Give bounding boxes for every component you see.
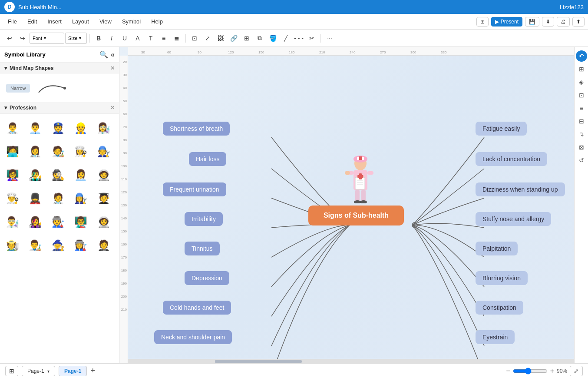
menu-view[interactable]: View	[95, 17, 116, 27]
rp-crop-btn[interactable]: ⊠	[576, 142, 587, 153]
profession-item-19[interactable]: 👩‍🔧	[72, 188, 90, 209]
link-button[interactable]: 🔗	[228, 32, 240, 44]
node-irritability[interactable]: Irritability	[185, 212, 223, 226]
image-button[interactable]: 🖼	[215, 32, 227, 44]
download-button[interactable]: ⬇	[542, 17, 554, 27]
page-layout-btn[interactable]: ⊞	[5, 366, 18, 376]
profession-item-18[interactable]: 🧑‍⚕️	[49, 188, 67, 209]
node-neck-pain[interactable]: Neck and shoulder pain	[154, 330, 232, 344]
node-dizziness-standing[interactable]: Dizziness when standing up	[476, 182, 565, 196]
zoom-slider[interactable]	[513, 368, 548, 375]
shape-preview-item[interactable]: Narrow	[6, 84, 30, 93]
profession-item-16[interactable]: 👨‍🍳	[3, 188, 22, 209]
profession-item-5[interactable]: 👩‍🔬	[95, 117, 113, 139]
rp-arrow-btn[interactable]: ↶	[576, 50, 587, 62]
rp-layers-btn[interactable]: ◈	[576, 76, 587, 88]
font-color-button[interactable]: A	[132, 32, 144, 44]
menu-symbol[interactable]: Symbol	[118, 17, 145, 27]
node-blurring-vision[interactable]: Blurring vision	[476, 271, 528, 285]
profession-item-11[interactable]: 👩‍🏫	[3, 164, 22, 186]
profession-item-27[interactable]: 👨‍🎨	[26, 235, 44, 256]
close-mindmap-section-icon[interactable]: ✕	[110, 65, 115, 71]
rp-insert-btn[interactable]: ↴	[576, 129, 587, 140]
close-profession-section-icon[interactable]: ✕	[110, 105, 115, 111]
rp-minus-btn[interactable]: ⊟	[576, 116, 587, 127]
underline-button[interactable]: U	[119, 32, 131, 44]
horizontal-scrollbar[interactable]	[128, 359, 574, 363]
profession-item-21[interactable]: 👨‍🔬	[3, 211, 22, 233]
collapse-sidebar-icon[interactable]: «	[111, 51, 115, 59]
center-node[interactable]: Signs of Sub-health	[308, 206, 404, 225]
profession-item-7[interactable]: 👩‍⚕️	[26, 141, 44, 162]
profession-item-25[interactable]: 👩‍🚀	[95, 211, 113, 233]
font-size-dropdown[interactable]: Size ▾	[65, 33, 87, 44]
mindmap-canvas[interactable]: Signs of Sub-health	[128, 56, 574, 363]
profession-item-23[interactable]: 🧑‍🏭	[49, 211, 67, 233]
rp-grid-btn[interactable]: ⊞	[576, 63, 587, 75]
page-tab-inactive[interactable]: Page-1 ▾	[22, 366, 55, 376]
present-button[interactable]: ▶ Present	[491, 17, 522, 27]
profession-item-10[interactable]: 🧑‍🔧	[95, 141, 113, 162]
connector-button[interactable]: ⤢	[202, 32, 214, 44]
fit-page-button[interactable]: ⤢	[570, 366, 583, 376]
rp-history-btn[interactable]: ↺	[576, 155, 587, 166]
menu-layout[interactable]: Layout	[68, 17, 93, 27]
profession-item-14[interactable]: 👩‍💼	[72, 164, 90, 186]
fill-btn[interactable]: 🪣	[267, 32, 279, 44]
node-cold-hands[interactable]: Cold hands and feet	[163, 301, 231, 315]
search-icon[interactable]: 🔍	[99, 50, 108, 59]
profession-item-17[interactable]: 💂	[26, 188, 44, 209]
text-box-button[interactable]: ⊡	[188, 32, 201, 44]
profession-item-26[interactable]: 🧑‍🌾	[3, 235, 22, 256]
section-toggle-mindmap[interactable]: ▾	[4, 65, 7, 71]
node-fatigue[interactable]: Fatigue easily	[476, 122, 527, 136]
section-toggle-profession[interactable]: ▾	[4, 105, 7, 111]
node-depression[interactable]: Depression	[185, 271, 229, 285]
node-eyestrain[interactable]: Eyestrain	[476, 330, 515, 344]
profession-item-1[interactable]: 👨‍⚕️	[3, 117, 22, 139]
table-btn[interactable]: ⊞	[241, 32, 253, 44]
profession-item-12[interactable]: 👨‍🎤	[26, 164, 44, 186]
node-tinnitus[interactable]: Tinnitus	[185, 242, 220, 255]
profession-item-15[interactable]: 🧑‍🚀	[95, 164, 113, 186]
profession-item-24[interactable]: 👨‍🏫	[72, 211, 90, 233]
align-left-button[interactable]: ≡	[158, 32, 170, 44]
rp-page-btn[interactable]: ⊡	[576, 90, 587, 101]
profession-item-2[interactable]: 👨‍💼	[26, 117, 44, 139]
share-button[interactable]: ⬆	[572, 17, 585, 27]
profession-item-3[interactable]: 👮	[49, 117, 67, 139]
node-shortness-of-breath[interactable]: Shortness of breath	[163, 122, 230, 136]
zoom-in-button[interactable]: +	[550, 367, 554, 375]
rp-list-btn[interactable]: ≡	[576, 103, 587, 114]
save-button[interactable]: 💾	[525, 17, 539, 27]
dash-btn[interactable]: - - -	[293, 32, 305, 44]
more-btn[interactable]: ···	[324, 32, 336, 44]
bold-button[interactable]: B	[92, 32, 105, 44]
menu-help[interactable]: Help	[147, 17, 167, 27]
profession-item-4[interactable]: 👷	[72, 117, 90, 139]
node-frequent-urination[interactable]: Frequent urination	[163, 182, 226, 196]
profession-item-20[interactable]: 🧑‍🎓	[95, 188, 113, 209]
profession-item-6[interactable]: 🧑‍💻	[3, 141, 22, 162]
profession-item-28[interactable]: 🧙	[49, 235, 67, 256]
align-button[interactable]: ≣	[171, 32, 183, 44]
zoom-out-button[interactable]: −	[506, 367, 510, 375]
node-palpitation[interactable]: Palpitation	[476, 242, 518, 255]
profession-item-30[interactable]: 🤵	[95, 235, 113, 256]
italic-button[interactable]: I	[106, 32, 118, 44]
line-btn[interactable]: ╱	[280, 32, 292, 44]
text-button[interactable]: T	[145, 32, 157, 44]
menu-insert[interactable]: Insert	[43, 17, 66, 27]
profession-item-13[interactable]: 🕵️	[49, 164, 67, 186]
node-concentration[interactable]: Lack of concentration	[476, 152, 547, 166]
profession-item-29[interactable]: 👩‍🏭	[72, 235, 90, 256]
profession-item-22[interactable]: 👩‍🎤	[26, 211, 44, 233]
print-button[interactable]: 🖨	[557, 17, 570, 27]
add-page-button[interactable]: +	[90, 366, 95, 375]
node-hair-loss[interactable]: Hair loss	[189, 152, 226, 166]
redo-button[interactable]: ↪	[17, 32, 29, 44]
copy-style-btn[interactable]: ⧉	[254, 32, 266, 44]
toggle-btn[interactable]: ⊞	[476, 17, 489, 27]
font-family-dropdown[interactable]: Font ▾	[30, 33, 64, 44]
menu-file[interactable]: File	[3, 17, 21, 27]
